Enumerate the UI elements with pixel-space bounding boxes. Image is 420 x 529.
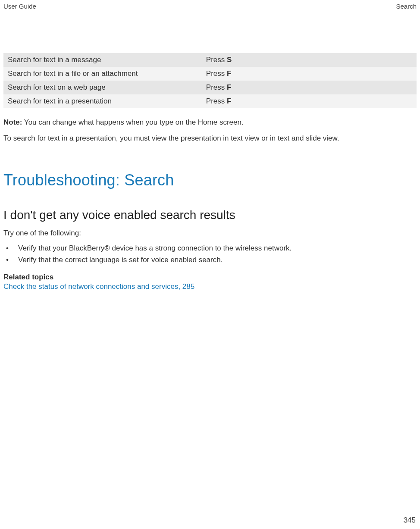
shortcut-key-cell: Press S — [202, 53, 417, 67]
note-paragraph: Note: You can change what happens when y… — [3, 118, 417, 128]
note-text: You can change what happens when you typ… — [22, 118, 243, 126]
table-row: Search for text on a web page Press F — [3, 81, 417, 94]
shortcut-key-cell: Press F — [202, 81, 417, 94]
shortcut-key-cell: Press F — [202, 94, 417, 108]
section-heading: Troubleshooting: Search — [3, 171, 417, 189]
related-topics-label: Related topics — [3, 273, 417, 282]
bullet-list: Verify that your BlackBerry® device has … — [3, 244, 417, 265]
page-number: 345 — [404, 516, 416, 525]
try-text: Try one of the following: — [3, 229, 417, 238]
press-key: F — [227, 97, 231, 105]
table-row: Search for text in a file or an attachme… — [3, 67, 417, 81]
press-prefix: Press — [206, 97, 227, 105]
shortcut-action: Search for text in a presentation — [3, 94, 202, 108]
list-item: Verify that the correct language is set … — [6, 255, 417, 265]
header-right: Search — [396, 3, 417, 10]
table-row: Search for text in a presentation Press … — [3, 94, 417, 108]
note-label: Note: — [3, 118, 22, 126]
shortcut-action: Search for text in a message — [3, 53, 202, 67]
list-item-text: Verify that the correct language is set … — [18, 255, 223, 265]
list-item-text: Verify that your BlackBerry® device has … — [18, 244, 291, 254]
header-left: User Guide — [3, 3, 36, 10]
press-key: F — [227, 83, 231, 91]
table-row: Search for text in a message Press S — [3, 53, 417, 67]
shortcuts-table: Search for text in a message Press S Sea… — [3, 53, 417, 108]
press-prefix: Press — [206, 69, 227, 78]
press-key: F — [227, 69, 231, 78]
press-key: S — [227, 56, 232, 64]
related-topics-link[interactable]: Check the status of network connections … — [3, 282, 417, 291]
press-prefix: Press — [206, 56, 227, 64]
list-item: Verify that your BlackBerry® device has … — [6, 244, 417, 254]
shortcut-action: Search for text on a web page — [3, 81, 202, 94]
page-content: Search for text in a message Press S Sea… — [0, 10, 420, 291]
presentation-paragraph: To search for text in a presentation, yo… — [3, 134, 417, 144]
subsection-heading: I don't get any voice enabled search res… — [3, 208, 417, 222]
shortcut-action: Search for text in a file or an attachme… — [3, 67, 202, 81]
page-header: User Guide Search — [0, 0, 420, 10]
shortcut-key-cell: Press F — [202, 67, 417, 81]
press-prefix: Press — [206, 83, 227, 91]
